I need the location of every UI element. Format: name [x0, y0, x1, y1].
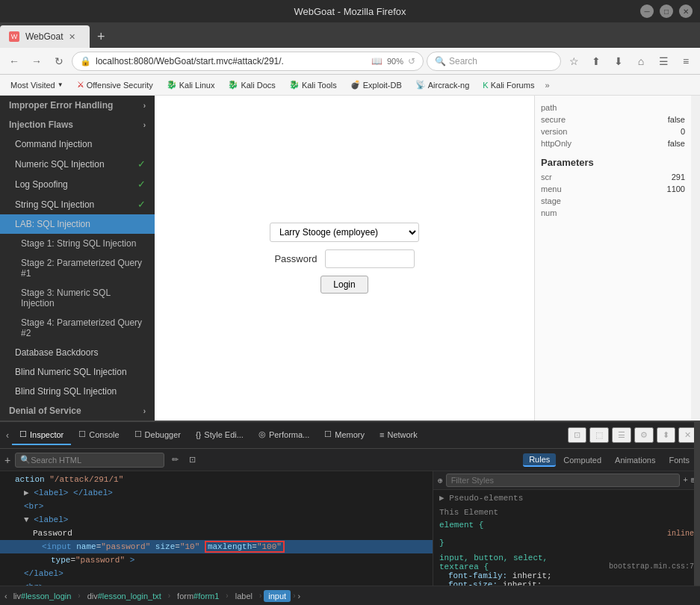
- sidebar-item-command-injection[interactable]: Command Injection: [0, 134, 155, 154]
- devtools-tab-network[interactable]: ≡ Network: [372, 426, 425, 445]
- bookmark-kali-tools[interactable]: 🐉 Kali Tools: [283, 78, 343, 91]
- bookmark-aircrack[interactable]: 📡 Aircrack-ng: [409, 78, 476, 91]
- css-selector2: input, button, select,: [439, 553, 548, 562]
- right-scrollbar[interactable]: [691, 96, 700, 421]
- performance-icon: ◎: [258, 429, 266, 439]
- password-row: Password: [274, 249, 414, 268]
- new-tab-button[interactable]: +: [90, 25, 113, 48]
- bookmark-exploit-db[interactable]: 💣 Exploit-DB: [344, 78, 408, 91]
- reload-button[interactable]: ↻: [49, 52, 69, 71]
- styles-scrollbar[interactable]: [694, 471, 700, 586]
- add-rule-button[interactable]: +: [683, 476, 688, 485]
- styles-filter-input[interactable]: [446, 474, 681, 487]
- download-button[interactable]: ⬇: [609, 52, 628, 71]
- breadcrumb-input[interactable]: input: [264, 590, 291, 602]
- html-search-placeholder: Search HTML: [31, 456, 81, 465]
- tab-close-button[interactable]: ✕: [69, 32, 75, 42]
- tabbar: W WebGoat ✕ +: [0, 22, 700, 48]
- devtools-tab-inspector[interactable]: ☐ Inspector: [12, 425, 71, 445]
- scr-value: 291: [672, 173, 685, 182]
- breadcrumb-sep: ›: [258, 592, 262, 600]
- panel-row-path: path: [541, 102, 685, 114]
- minimize-button[interactable]: ─: [640, 4, 654, 18]
- tab-favicon: W: [9, 31, 19, 42]
- breadcrumb-sep: ›: [167, 592, 171, 600]
- back-button[interactable]: ←: [4, 52, 24, 71]
- breadcrumb-left-arrow[interactable]: ‹: [4, 592, 7, 601]
- css-rule-element: element { inline }: [433, 519, 700, 549]
- bookmarks-more[interactable]: »: [542, 79, 552, 91]
- styles-tab-fonts[interactable]: Fonts: [663, 453, 696, 467]
- add-element-button[interactable]: +: [4, 454, 10, 466]
- sidebar-item-stage1[interactable]: Stage 1: String SQL Injection: [0, 234, 155, 253]
- panel-row-version: version 0: [541, 125, 685, 137]
- screenshot-button[interactable]: ⊡: [186, 453, 199, 466]
- sidebar-item-injection-flaws[interactable]: Injection Flaws ›: [0, 115, 155, 134]
- devtools-responsive[interactable]: ⬚: [589, 427, 609, 443]
- search-bar[interactable]: 🔍 Search: [427, 52, 561, 71]
- devtools-tools-right: ⊡ ⬚ ☰ ⚙ ⬍ ✕: [568, 427, 697, 443]
- login-button[interactable]: Login: [320, 276, 368, 294]
- sidebar-item-dos[interactable]: Denial of Service ›: [0, 401, 155, 421]
- html-line-selected[interactable]: <input name="password" size="10" maxleng…: [0, 540, 433, 553]
- devtools-tab-performance[interactable]: ◎ Performa...: [251, 425, 317, 445]
- bookmark-offensive-security[interactable]: ⚔ Offensive Security: [71, 78, 159, 91]
- breadcrumb-liv[interactable]: liv#lesson_login: [9, 590, 76, 602]
- menu-button[interactable]: ≡: [676, 52, 696, 71]
- sidebar-item-stage2[interactable]: Stage 2: Parameterized Query #1: [0, 253, 155, 283]
- breadcrumb-form[interactable]: form#form1: [173, 590, 223, 602]
- bookmark-most-visited[interactable]: Most Visited▼: [4, 79, 69, 91]
- sidebar-item-blind-string[interactable]: Blind String SQL Injection: [0, 382, 155, 401]
- pseudo-elements-toggle[interactable]: ▶ Pseudo-elements: [433, 490, 700, 506]
- pocket-button[interactable]: ☰: [654, 52, 673, 71]
- devtools-tab-console[interactable]: ☐ Console: [71, 425, 126, 445]
- sidebar-item-blind-numeric[interactable]: Blind Numeric SQL Injection: [0, 362, 155, 382]
- sidebar-item-label: Stage 1: String SQL Injection: [21, 238, 136, 249]
- num-label: num: [541, 208, 557, 217]
- breadcrumb-right-arrow[interactable]: ›: [298, 592, 301, 601]
- url-bar[interactable]: 🔒 localhost:8080/WebGoat/start.mvc#attac…: [72, 52, 424, 71]
- styles-tab-rules[interactable]: Rules: [523, 453, 556, 467]
- bookmark-kali-forums[interactable]: K Kali Forums: [477, 79, 540, 91]
- bookmark-kali-docs[interactable]: 🐉 Kali Docs: [222, 78, 281, 91]
- save-button[interactable]: ⬆: [586, 52, 606, 71]
- close-button[interactable]: ✕: [679, 4, 693, 18]
- html-line: Password: [0, 527, 433, 540]
- browser-tab[interactable]: W WebGoat ✕: [0, 25, 90, 48]
- sidebar-item-numeric-sql[interactable]: Numeric SQL Injection ✓: [0, 154, 155, 174]
- sidebar-item-label: Database Backdoors: [15, 347, 98, 358]
- sidebar-item-stage4[interactable]: Stage 4: Parameterized Query #2: [0, 313, 155, 343]
- maximize-button[interactable]: □: [660, 4, 673, 18]
- breadcrumb-div[interactable]: div#lesson_login_txt: [83, 590, 166, 602]
- sidebar-item-lab-sql[interactable]: LAB: SQL Injection: [0, 214, 155, 234]
- styles-tab-computed[interactable]: Computed: [557, 453, 607, 467]
- chevron-right-icon: ›: [143, 121, 146, 129]
- devtools-tab-style-editor[interactable]: {} Style Edi...: [188, 426, 251, 445]
- employee-select-row: Larry Stooge (employee) Moe Stooge (empl…: [270, 223, 419, 242]
- star-button[interactable]: ☆: [564, 52, 583, 71]
- password-input[interactable]: [325, 249, 415, 268]
- sidebar-item-log-spoofing[interactable]: Log Spoofing ✓: [0, 174, 155, 194]
- devtools-tab-memory[interactable]: ☐ Memory: [317, 425, 372, 445]
- bookmark-kali-linux[interactable]: 🐉 Kali Linux: [161, 78, 221, 91]
- devtools-tab-label: Inspector: [30, 430, 64, 439]
- styles-tab-animations[interactable]: Animations: [609, 453, 661, 467]
- password-label: Password: [274, 253, 317, 264]
- home-button[interactable]: ⌂: [631, 52, 651, 71]
- sidebar-item-improper-error[interactable]: Improper Error Handling ›: [0, 96, 155, 115]
- sidebar-item-string-sql[interactable]: String SQL Injection ✓: [0, 194, 155, 214]
- devtools-collapse-icon[interactable]: ‹: [3, 430, 12, 441]
- devtools-split-console[interactable]: ☰: [612, 427, 631, 443]
- html-search-input[interactable]: 🔍 Search HTML: [15, 453, 164, 468]
- sidebar-item-stage3[interactable]: Stage 3: Numeric SQL Injection: [0, 283, 155, 313]
- devtools-settings[interactable]: ⚙: [634, 427, 654, 443]
- devtools-dock[interactable]: ⬍: [657, 427, 675, 443]
- devtools-tab-debugger[interactable]: ☐ Debugger: [127, 425, 188, 445]
- forward-button[interactable]: →: [27, 52, 46, 71]
- breadcrumb-label[interactable]: label: [231, 590, 257, 602]
- sidebar-item-db-backdoors[interactable]: Database Backdoors: [0, 343, 155, 362]
- edit-html-button[interactable]: ✏: [169, 453, 182, 466]
- employee-dropdown[interactable]: Larry Stooge (employee) Moe Stooge (empl…: [270, 223, 419, 242]
- devtools-pick-element[interactable]: ⊡: [568, 427, 586, 443]
- debugger-icon: ☐: [134, 429, 142, 439]
